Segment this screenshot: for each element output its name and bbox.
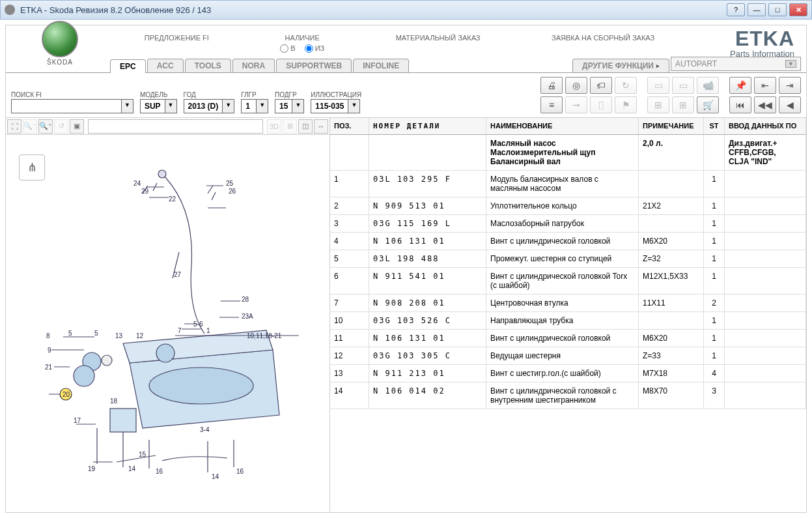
cell-remark: M6X20 (639, 233, 704, 250)
svg-text:14: 14 (212, 473, 219, 480)
tab-nora[interactable]: NORA (232, 59, 275, 72)
tab-other-functions[interactable]: ДРУГИЕ ФУНКЦИИ (572, 59, 669, 72)
illustration-dropdown-icon[interactable]: ▼ (348, 99, 360, 113)
menu-material-order[interactable]: МАТЕРИАЛЬНЫЙ ЗАКАЗ (396, 34, 481, 53)
radio-in[interactable] (280, 44, 288, 53)
pin-button[interactable]: 📌 (729, 77, 751, 94)
parts-table-pane: ПОЗ. НОМЕР ДЕТАЛИ НАИМЕНОВАНИЕ ПРИМЕЧАНИ… (330, 118, 806, 512)
menu-availability[interactable]: НАЛИЧИЕ (280, 34, 324, 42)
table-row[interactable]: 11N 106 131 01Винт с цилиндрической голо… (330, 330, 806, 347)
cart-button[interactable]: 🛒 (697, 96, 719, 113)
table-body[interactable]: Масляный насос Маслоизмерительный щуп Ба… (330, 135, 806, 512)
search-label: ПОИСК FI (11, 91, 133, 98)
cell-name: Винт с цилиндрической головкой (486, 233, 639, 250)
window: ETKA - Skoda Ревизия 8.2 Обновление 926 … (0, 0, 812, 518)
col-position[interactable]: ПОЗ. (330, 118, 369, 134)
cell-remark (639, 312, 704, 329)
help-button[interactable]: ? (727, 3, 745, 16)
tab-tools[interactable]: TOOLS (185, 59, 231, 72)
three-d-button: 3D (267, 119, 281, 134)
skoda-logo-icon (42, 21, 78, 57)
table-row[interactable]: 14N 106 014 02Винт с цилиндрической голо… (330, 382, 806, 409)
cell-pos: 14 (330, 382, 369, 409)
label-button[interactable]: 🏷 (590, 77, 612, 94)
zoom-out-button: 🔍⁻ (23, 119, 37, 134)
first-button[interactable]: ⏮ (729, 96, 751, 113)
tab-acc[interactable]: ACC (147, 59, 184, 72)
image-search-input[interactable] (88, 119, 263, 134)
table-row[interactable]: 1203G 103 305 CВедущая шестерняZ=331 (330, 347, 806, 365)
table-row[interactable]: 7N 908 208 01Центровочная втулка11X112 (330, 295, 806, 312)
zoom-select-button[interactable]: ⛶ (7, 119, 21, 134)
illustration-view[interactable]: ⋔ (6, 135, 329, 512)
menu-assembly-order[interactable]: ЗАЯВКА НА СБОРНЫЙ ЗАКАЗ (552, 34, 654, 53)
prev-doc-button[interactable]: ⇤ (754, 77, 776, 94)
model-dropdown-icon[interactable]: ▼ (165, 99, 177, 113)
cell-input (725, 365, 806, 382)
autopart-dropdown-icon[interactable]: ▼ (785, 60, 796, 68)
table-summary-row[interactable]: Масляный насос Маслоизмерительный щуп Ба… (330, 135, 806, 171)
svg-text:26: 26 (229, 188, 236, 195)
glgr-dropdown-icon[interactable]: ▼ (257, 99, 268, 113)
podgr-select[interactable]: 15 (275, 99, 292, 113)
glgr-select[interactable]: 1 (241, 99, 257, 113)
zoom-in-button[interactable]: 🔍⁺ (38, 119, 53, 134)
rewind-button[interactable]: ◀◀ (754, 96, 776, 113)
maximize-button[interactable]: □ (768, 3, 787, 16)
screen-button: ⊞ (647, 96, 669, 113)
cell-input (725, 295, 806, 311)
next-doc-button[interactable]: ⇥ (779, 77, 801, 94)
radio-out[interactable] (305, 44, 313, 53)
autopart-label: AUTOPART (675, 59, 717, 68)
expand-button[interactable]: ↔ (314, 119, 328, 134)
autopart-select[interactable]: AUTOPART ▼ (671, 57, 801, 71)
wheel-button[interactable]: ◎ (565, 77, 587, 94)
refresh-button: ↻ (615, 77, 637, 94)
svg-point-4 (156, 344, 175, 362)
podgr-dropdown-icon[interactable]: ▼ (292, 99, 304, 113)
col-st[interactable]: ST (704, 118, 725, 134)
year-select[interactable]: 2013 (D) (184, 99, 223, 113)
print-button[interactable]: 🖨 (540, 77, 563, 94)
close-button[interactable]: ✕ (789, 3, 807, 16)
cell-part-number: 03L 103 295 F (369, 171, 486, 197)
col-input[interactable]: ВВОД ДАННЫХ ПО (725, 118, 806, 134)
table-row[interactable]: 2N 909 513 01Уплотнительное кольцо21X21 (330, 197, 806, 215)
svg-text:5-6: 5-6 (193, 321, 203, 328)
summary-input: Диз.двигат.+ CFFB,CFGB, CLJA "IND" (725, 135, 806, 170)
cell-name: Промежут. шестерня со ступицей (486, 250, 639, 267)
search-dropdown-icon[interactable]: ▼ (122, 99, 133, 113)
cell-pos: 2 (330, 197, 369, 214)
col-remark[interactable]: ПРИМЕЧАНИЕ (639, 118, 704, 134)
col-name[interactable]: НАИМЕНОВАНИЕ (486, 118, 639, 134)
split-button[interactable]: ◫ (298, 119, 313, 134)
tab-infoline[interactable]: INFOLINE (353, 59, 409, 72)
model-select[interactable]: SUP (140, 99, 165, 113)
cell-name: Модуль балансирных валов с масляным насо… (486, 171, 639, 197)
search-input[interactable] (11, 99, 122, 113)
tab-supportweb[interactable]: SUPPORTWEB (276, 59, 352, 72)
table-row[interactable]: 4N 106 131 01Винт с цилиндрической голов… (330, 233, 806, 250)
menu-offer-fi[interactable]: ПРЕДЛОЖЕНИЕ FI (145, 34, 209, 53)
tab-epc[interactable]: EPC (110, 59, 146, 73)
tabs-bar: EPC ACC TOOLS NORA SUPPORTWEB INFOLINE Д… (6, 57, 806, 73)
cell-pos: 11 (330, 330, 369, 347)
cell-part-number: 03G 103 526 C (369, 312, 486, 329)
col-part-number[interactable]: НОМЕР ДЕТАЛИ (369, 118, 486, 134)
table-row[interactable]: 303G 115 169 LМаслозаборный патрубок1 (330, 215, 806, 233)
share-button[interactable]: ⋔ (19, 154, 45, 180)
photo-button[interactable]: ▣ (70, 119, 84, 134)
frame: ŠKODA ПРЕДЛОЖЕНИЕ FI НАЛИЧИЕ В ИЗ (0, 20, 812, 518)
illustration-select[interactable]: 115-035 (311, 99, 348, 113)
screen2-button: ⊞ (672, 96, 694, 113)
list-button[interactable]: ≡ (540, 96, 563, 113)
table-row[interactable]: 6N 911 541 01Винт с цилиндрической голов… (330, 268, 806, 295)
year-dropdown-icon[interactable]: ▼ (223, 99, 234, 113)
table-row[interactable]: 13N 911 213 01Винт с шестигр.гол.(с шайб… (330, 365, 806, 382)
minimize-button[interactable]: — (748, 3, 766, 16)
table-row[interactable]: 503L 198 488Промежут. шестерня со ступиц… (330, 250, 806, 268)
back-button[interactable]: ◀ (779, 96, 801, 113)
cell-remark: M12X1,5X33 (639, 268, 704, 294)
table-row[interactable]: 103L 103 295 FМодуль балансирных валов с… (330, 171, 806, 197)
table-row[interactable]: 1003G 103 526 CНаправляющая трубка1 (330, 312, 806, 330)
